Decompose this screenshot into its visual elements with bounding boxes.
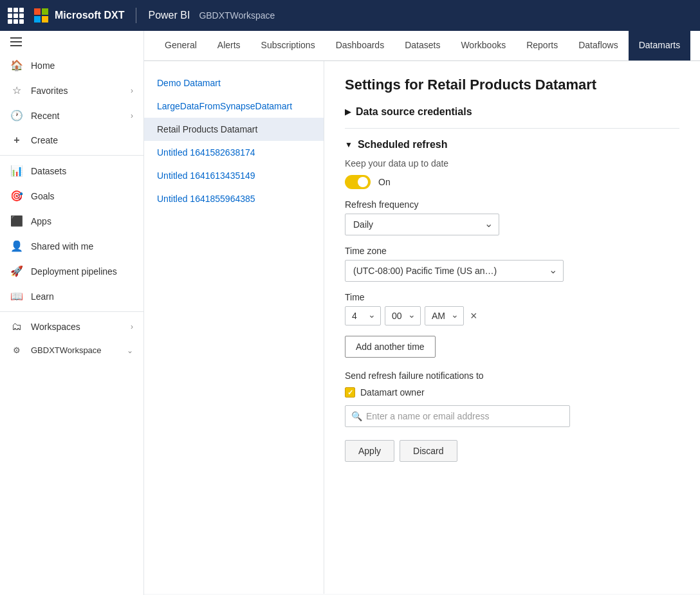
sidebar-favorites-label: Favorites: [31, 86, 123, 96]
discard-button[interactable]: Discard: [400, 440, 457, 462]
tab-dataflows[interactable]: Dataflows: [568, 31, 628, 60]
sidebar-item-workspace-current[interactable]: ⚙ GBDXTWorkspace ⌄: [0, 339, 143, 362]
sidebar: 🏠 Home ☆ Favorites › 🕐 Recent › + Create…: [0, 31, 144, 595]
sidebar-item-deployment[interactable]: 🚀 Deployment pipelines: [0, 259, 143, 284]
datasets-icon: 📊: [10, 165, 23, 177]
shared-icon: 👤: [10, 240, 23, 252]
credentials-section-label: Data source credentials: [356, 106, 472, 118]
tab-dashboards[interactable]: Dashboards: [326, 31, 395, 60]
workspace-current-icon: ⚙: [10, 345, 23, 355]
brand-label: Microsoft DXT: [55, 10, 124, 21]
frequency-select[interactable]: Daily Weekly: [345, 214, 499, 235]
sidebar-item-goals[interactable]: 🎯 Goals: [0, 183, 143, 208]
sidebar-workspace-current-label: GBDXTWorkspace: [31, 345, 119, 355]
period-select[interactable]: AMPM: [425, 306, 464, 325]
frequency-label: Refresh frequency: [345, 199, 679, 210]
apply-button[interactable]: Apply: [345, 440, 394, 462]
workspaces-icon: 🗂: [10, 321, 23, 333]
minute-select[interactable]: 00153045: [385, 306, 421, 325]
sidebar-item-workspaces[interactable]: 🗂 Workspaces ›: [0, 315, 143, 339]
deployment-icon: 🚀: [10, 265, 23, 277]
keep-data-label: Keep your data up to date: [345, 158, 679, 169]
timezone-field-group: Time zone (UTC-08:00) Pacific Time (US a…: [345, 246, 679, 282]
sidebar-shared-label: Shared with me: [31, 241, 133, 252]
list-item-4[interactable]: Untitled 1641613435149: [144, 164, 324, 187]
apps-icon: ⬛: [10, 215, 23, 227]
timezone-select[interactable]: (UTC-08:00) Pacific Time (US an…) (UTC-0…: [345, 260, 564, 282]
action-buttons: Apply Discard: [345, 440, 679, 462]
recent-icon: 🕐: [10, 109, 23, 122]
home-icon: 🏠: [10, 59, 23, 71]
sidebar-toggle-button[interactable]: [0, 31, 143, 53]
content-area: Demo Datamart LargeDataFromSynapseDatama…: [144, 61, 700, 594]
sidebar-item-home[interactable]: 🏠 Home: [0, 53, 143, 78]
email-search-wrapper: 🔍: [345, 405, 570, 427]
datamart-list-panel: Demo Datamart LargeDataFromSynapseDatama…: [144, 61, 324, 594]
tab-datamarts[interactable]: Datamarts: [629, 31, 691, 60]
frequency-select-wrapper: Daily Weekly: [345, 214, 499, 235]
favorites-arrow-icon: ›: [131, 86, 133, 95]
frequency-field-group: Refresh frequency Daily Weekly: [345, 199, 679, 235]
sidebar-home-label: Home: [31, 60, 133, 71]
refresh-toggle[interactable]: [345, 175, 371, 189]
sidebar-goals-label: Goals: [31, 191, 133, 201]
sidebar-workspaces-label: Workspaces: [31, 322, 123, 332]
refresh-section-label: Scheduled refresh: [358, 139, 448, 151]
toggle-row: On: [345, 175, 679, 189]
credentials-arrow-icon: ▶: [345, 107, 351, 116]
layout: 🏠 Home ☆ Favorites › 🕐 Recent › + Create…: [0, 31, 700, 595]
toggle-label: On: [378, 177, 391, 187]
workspaces-arrow-icon: ›: [131, 322, 133, 331]
sidebar-item-learn[interactable]: 📖 Learn: [0, 284, 143, 309]
email-search-input[interactable]: [345, 405, 570, 427]
credentials-section-header[interactable]: ▶ Data source credentials: [345, 106, 679, 118]
workspace-label: GBDXTWorkspace: [199, 10, 275, 21]
settings-panel: Settings for Retail Products Datamart ▶ …: [324, 61, 700, 594]
sidebar-deployment-label: Deployment pipelines: [31, 266, 133, 277]
add-time-button[interactable]: Add another time: [345, 336, 436, 358]
time-remove-button[interactable]: ×: [468, 307, 480, 325]
tab-workbooks[interactable]: Workbooks: [450, 31, 516, 60]
time-row: 123 456 789 101112 00153045: [345, 306, 679, 325]
time-label: Time: [345, 292, 679, 302]
sidebar-create-label: Create: [31, 135, 133, 145]
toggle-knob: [358, 177, 368, 187]
timezone-select-wrapper: (UTC-08:00) Pacific Time (US an…) (UTC-0…: [345, 260, 564, 282]
apps-grid-icon[interactable]: [8, 8, 24, 24]
notif-label: Send refresh failure notifications to: [345, 371, 679, 381]
sidebar-item-datasets[interactable]: 📊 Datasets: [0, 158, 143, 183]
list-item-1[interactable]: LargeDataFromSynapseDatamart: [144, 95, 324, 118]
sidebar-divider-1: [0, 155, 143, 156]
app-label: Power BI: [148, 10, 190, 21]
create-icon: +: [10, 134, 23, 146]
hour-select[interactable]: 123 456 789 101112: [345, 306, 381, 325]
sidebar-apps-label: Apps: [31, 216, 133, 226]
tab-datasets[interactable]: Datasets: [394, 31, 450, 60]
tab-subscriptions[interactable]: Subscriptions: [251, 31, 326, 60]
sidebar-item-create[interactable]: + Create: [0, 128, 143, 152]
learn-icon: 📖: [10, 290, 23, 302]
list-item-2[interactable]: Retail Products Datamart: [144, 118, 324, 141]
list-item-5[interactable]: Untitled 1641855964385: [144, 187, 324, 210]
refresh-section-header[interactable]: ▼ Scheduled refresh: [345, 139, 679, 151]
datamart-owner-checkbox[interactable]: [345, 387, 355, 398]
checkbox-label: Datamart owner: [360, 387, 425, 398]
sidebar-datasets-label: Datasets: [31, 166, 133, 176]
email-search-icon: 🔍: [351, 411, 362, 421]
list-item-0[interactable]: Demo Datamart: [144, 71, 324, 95]
sidebar-item-shared[interactable]: 👤 Shared with me: [0, 233, 143, 259]
tabs-bar: General Alerts Subscriptions Dashboards …: [144, 31, 700, 61]
notification-field-group: Send refresh failure notifications to Da…: [345, 371, 679, 427]
tab-alerts[interactable]: Alerts: [207, 31, 251, 60]
sidebar-learn-label: Learn: [31, 291, 133, 302]
workspace-current-arrow-icon: ⌄: [127, 346, 133, 355]
sidebar-item-recent[interactable]: 🕐 Recent ›: [0, 103, 143, 128]
sidebar-recent-label: Recent: [31, 111, 123, 121]
sidebar-item-apps[interactable]: ⬛ Apps: [0, 208, 143, 233]
tab-app[interactable]: App: [690, 31, 700, 60]
tab-reports[interactable]: Reports: [516, 31, 568, 60]
list-item-3[interactable]: Untitled 1641582638174: [144, 141, 324, 164]
sidebar-item-favorites[interactable]: ☆ Favorites ›: [0, 78, 143, 103]
checkbox-row: Datamart owner: [345, 387, 679, 398]
tab-general[interactable]: General: [154, 31, 207, 60]
